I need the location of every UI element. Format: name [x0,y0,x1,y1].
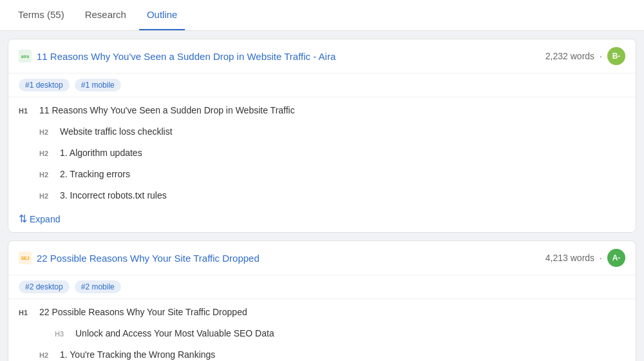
h2-tag: H2 [39,150,53,157]
outline-item: H2 2. Tracking errors [8,164,636,185]
outline-text: Unlock and Access Your Most Valuable SEO… [75,327,274,340]
tag-mobile-2: #2 mobile [75,280,121,293]
tag-desktop-2: #2 desktop [19,280,70,293]
card-title-link-2[interactable]: 22 Possible Reasons Why Your Site Traffi… [37,253,260,264]
tag-mobile-1: #1 mobile [75,79,121,92]
h2-tag: H2 [39,351,53,359]
grade-badge-2: A- [607,249,625,267]
tags-row-2: #2 desktop #2 mobile [8,275,636,299]
h2-tag: H2 [39,171,53,179]
result-card-2: SEJ 22 Possible Reasons Why Your Site Tr… [8,240,636,361]
outline-h1-2: H1 22 Possible Reasons Why Your Site Tra… [8,302,636,323]
h2-tag: H2 [39,192,53,200]
outline-list-2: H1 22 Possible Reasons Why Your Site Tra… [8,299,636,361]
outline-h1-text-2: 22 Possible Reasons Why Your Site Traffi… [39,306,247,319]
outline-text: 3. Incorrect robots.txt rules [60,189,167,202]
outline-text: 1. You're Tracking the Wrong Rankings [60,348,215,361]
tab-bar: Terms (55) Research Outline [0,0,644,31]
card-title-link-1[interactable]: 11 Reasons Why You've Seen a Sudden Drop… [37,51,336,62]
word-count-1: 2,232 words [545,51,594,61]
h2-tag: H2 [39,128,53,136]
outline-item: H2 1. Algorithm updates [8,142,636,164]
card-header-right-2: 4,213 words · A- [545,249,625,267]
h1-tag-1: H1 [19,107,33,115]
card-header-2: SEJ 22 Possible Reasons Why Your Site Tr… [8,241,636,275]
outline-item: H2 Website traffic loss checklist [8,121,636,142]
expand-label-1: Expand [30,214,60,224]
outline-h1-text-1: 11 Reasons Why You've Seen a Sudden Drop… [39,104,295,117]
tab-terms[interactable]: Terms (55) [10,0,72,30]
outline-text: 1. Algorithm updates [60,146,142,160]
h3-tag: H3 [55,330,69,338]
outline-text: 2. Tracking errors [60,168,130,181]
site-logo-aira: aira [19,50,32,63]
outline-list-1: H1 11 Reasons Why You've Seen a Sudden D… [8,97,636,209]
outline-text: Website traffic loss checklist [60,125,173,139]
card-header-left-2: SEJ 22 Possible Reasons Why Your Site Tr… [19,251,260,264]
tag-desktop-1: #1 desktop [19,79,70,92]
outline-h1-1: H1 11 Reasons Why You've Seen a Sudden D… [8,100,636,121]
card-header-right-1: 2,232 words · B- [545,47,625,65]
tab-outline[interactable]: Outline [139,0,185,30]
outline-item: H3 Unlock and Access Your Most Valuable … [8,323,636,344]
tab-research[interactable]: Research [77,0,134,30]
word-count-2: 4,213 words [545,253,594,263]
card-header-1: aira 11 Reasons Why You've Seen a Sudden… [8,39,636,73]
site-logo-sej: SEJ [19,251,32,264]
tags-row-1: #1 desktop #1 mobile [8,73,636,97]
expand-button-1[interactable]: ⇅ Expand [19,214,60,224]
h1-tag-2: H1 [19,309,33,317]
card-header-left-1: aira 11 Reasons Why You've Seen a Sudden… [19,50,336,63]
grade-badge-1: B- [607,47,625,65]
expand-row-1: ⇅ Expand [8,209,636,232]
outline-item: H2 1. You're Tracking the Wrong Rankings [8,344,636,361]
result-card-1: aira 11 Reasons Why You've Seen a Sudden… [8,39,636,233]
expand-arrow-icon: ⇅ [19,214,27,224]
outline-item: H2 3. Incorrect robots.txt rules [8,185,636,206]
